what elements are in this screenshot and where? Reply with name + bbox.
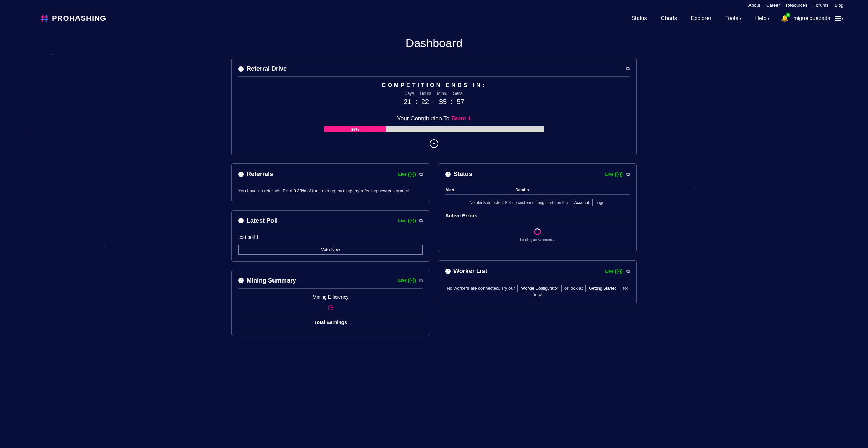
- referrals-panel: i Referrals Live((•)) ⧉ You have no refe…: [231, 163, 430, 202]
- referral-drive-title: Referral Drive: [247, 65, 287, 72]
- info-icon[interactable]: i: [238, 66, 244, 72]
- mining-summary-panel: i Mining Summary Live((•)) ⧉ Mining Effi…: [231, 270, 430, 336]
- signal-icon: ((•)): [408, 172, 416, 177]
- total-earnings-label: Total Earnings: [238, 316, 423, 329]
- external-link-icon[interactable]: ⧉: [419, 171, 423, 177]
- logo-text: PROHASHING: [52, 14, 106, 23]
- info-icon[interactable]: i: [445, 172, 451, 177]
- mining-title: Mining Summary: [247, 277, 296, 284]
- team-name: Team 1: [451, 115, 471, 122]
- countdown-values: 21: 22: 35: 57: [238, 98, 630, 106]
- referrals-text: You have no referrals. Earn 0.20% of the…: [238, 188, 423, 195]
- nav-charts[interactable]: Charts: [654, 14, 684, 23]
- live-badge: Live((•)): [398, 218, 416, 223]
- logo[interactable]: PROHASHING: [41, 14, 106, 23]
- countdown-labels: Days Hours Mins. Secs.: [238, 91, 630, 96]
- contribution-text: Your Contribution To Team 1: [238, 115, 630, 122]
- competition-ends-label: COMPETITION ENDS IN:: [238, 82, 630, 88]
- nav-tools[interactable]: Tools▾: [718, 14, 748, 23]
- live-badge: Live((•)): [398, 172, 416, 177]
- status-title: Status: [453, 171, 472, 178]
- info-icon[interactable]: i: [238, 172, 244, 177]
- live-badge: Live((•)): [605, 269, 623, 274]
- getting-started-button[interactable]: Getting Started: [585, 285, 620, 292]
- col-details: Details: [515, 188, 529, 192]
- vote-now-button[interactable]: Vote Now: [238, 245, 423, 255]
- topnav-blog[interactable]: Blog: [835, 3, 843, 8]
- external-link-icon[interactable]: ⧉: [419, 218, 423, 224]
- status-table-header: Alert Details: [445, 188, 630, 195]
- page-title: Dashboard: [0, 37, 868, 50]
- spinner-icon: [534, 228, 541, 235]
- worker-title: Worker List: [453, 268, 487, 275]
- notification-count: 0: [786, 13, 790, 17]
- referrals-title: Referrals: [247, 171, 273, 178]
- external-link-icon[interactable]: ⧉: [626, 171, 630, 177]
- expand-button[interactable]: ▾: [430, 139, 438, 148]
- clock-icon: ◷: [238, 303, 423, 311]
- notifications-button[interactable]: 🔔 0: [781, 15, 788, 22]
- worker-text: No workers are connected. Try our Worker…: [445, 285, 630, 297]
- nav-explorer[interactable]: Explorer: [684, 14, 719, 23]
- account-button[interactable]: Account: [571, 199, 593, 206]
- external-link-icon[interactable]: ⧉: [626, 268, 630, 274]
- chevron-down-icon: ▾: [768, 17, 769, 20]
- poll-title: Latest Poll: [247, 217, 278, 225]
- svg-line-0: [42, 15, 43, 22]
- caret-down-icon: ▾: [433, 141, 435, 146]
- top-nav: About Career Resources Forums Blog: [0, 0, 868, 8]
- topnav-about[interactable]: About: [748, 3, 760, 8]
- signal-icon: ((•)): [615, 172, 623, 177]
- countdown-mins: 35: [439, 98, 447, 106]
- countdown-days: 21: [404, 98, 411, 106]
- topnav-career[interactable]: Career: [766, 3, 780, 8]
- nav-status[interactable]: Status: [625, 14, 654, 23]
- loading-text: Loading active errors...: [445, 238, 630, 242]
- mining-efficiency-label: Mining Efficiency: [238, 294, 423, 300]
- signal-icon: ((•)): [408, 278, 416, 283]
- topnav-resources[interactable]: Resources: [786, 3, 807, 8]
- live-badge: Live((•)): [398, 278, 416, 283]
- info-icon[interactable]: i: [445, 269, 451, 274]
- poll-name: test poll 1: [238, 234, 423, 240]
- signal-icon: ((•)): [408, 218, 416, 223]
- main-nav: PROHASHING Status Charts Explorer Tools▾…: [0, 8, 868, 23]
- external-link-icon[interactable]: ⧉: [626, 66, 630, 72]
- signal-icon: ((•)): [615, 269, 623, 274]
- col-alert: Alert: [445, 188, 515, 192]
- username[interactable]: miguelquezada: [793, 15, 830, 21]
- worker-configurator-button[interactable]: Worker Configurator: [517, 285, 562, 292]
- svg-line-1: [46, 15, 47, 22]
- referral-drive-panel: i Referral Drive ⧉ COMPETITION ENDS IN: …: [231, 58, 637, 155]
- countdown-secs: 57: [457, 98, 464, 106]
- external-link-icon[interactable]: ⧉: [419, 278, 423, 284]
- hash-icon: [41, 14, 49, 23]
- active-errors-title: Active Errors: [445, 213, 630, 221]
- topnav-forums[interactable]: Forums: [813, 3, 828, 8]
- worker-list-panel: i Worker List Live((•)) ⧉ No workers are…: [438, 260, 637, 304]
- contribution-progress-fill: 28%: [324, 126, 386, 132]
- menu-toggle[interactable]: ▾: [835, 16, 843, 21]
- loading-area: Loading active errors...: [445, 225, 630, 245]
- live-badge: Live((•)): [605, 172, 623, 177]
- info-icon[interactable]: i: [238, 278, 244, 283]
- status-panel: i Status Live((•)) ⧉ Alert Details No al…: [438, 163, 637, 252]
- nav-help[interactable]: Help▾: [748, 14, 776, 23]
- latest-poll-panel: i Latest Poll Live((•)) ⧉ test poll 1 Vo…: [231, 210, 430, 262]
- no-alerts-text: No alerts detected. Set up custom mining…: [445, 199, 630, 206]
- countdown-hours: 22: [421, 98, 429, 106]
- info-icon[interactable]: i: [238, 218, 244, 223]
- contribution-progress: 28%: [324, 126, 544, 132]
- chevron-down-icon: ▾: [740, 17, 741, 20]
- chevron-down-icon: ▾: [842, 17, 843, 20]
- hamburger-icon: [835, 16, 841, 21]
